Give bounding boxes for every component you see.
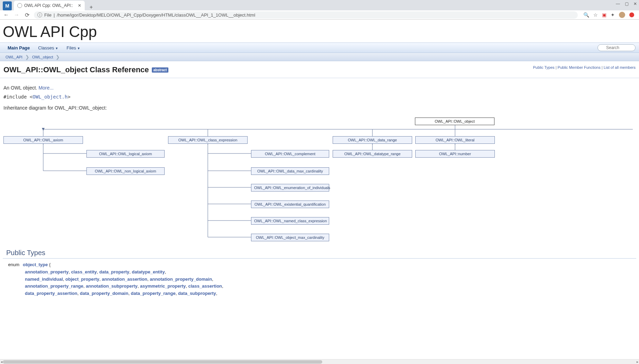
url-separator: | [54,12,55,18]
tab-bar: M OWL API Cpp: OWL_API:: ✕ + — ▢ ✕ [0,0,639,10]
page-title-text: OWL_API::OWL_object Class Reference [3,65,149,74]
enum-val[interactable]: data_property [99,269,129,274]
enum-brace: { [49,262,50,267]
enum-name-link[interactable]: object_type [23,262,48,267]
enum-keyword: enum [6,261,19,269]
diag-node-named-class-expr[interactable]: OWL_API::OWL_named_class_expression [251,217,329,225]
enum-val[interactable]: datatype_entity [132,269,165,274]
horizontal-scrollbar[interactable]: ◂ ▸ [0,359,639,364]
diag-node-number[interactable]: OWL_API::number [415,150,495,158]
enum-values-line3: annotation_property_range, annotation_su… [6,283,633,290]
link-all-members[interactable]: List of all members [604,65,636,69]
reload-button[interactable]: ⟳ [24,12,30,18]
page-title: OWL_API::OWL_object Class Reference abst… [3,65,168,74]
breadcrumb-leaf[interactable]: OWL_object [29,55,56,59]
enum-val[interactable]: annotation_assertion [102,277,147,282]
diag-node-enum-individuals[interactable]: OWL_API::OWL_enumeration_of_individuals [251,184,329,192]
bookmark-icon[interactable]: ☆ [593,12,598,18]
minimize-button[interactable]: — [616,1,620,6]
abstract-badge: abstract [152,67,169,73]
enum-val[interactable]: annotation_property_range [25,283,83,289]
window-controls: — ▢ ✕ [616,1,637,6]
url-path: /home/igor/Desktop/MELO/OWL_API_Cpp/Doxy… [57,12,255,18]
enum-values-line2: named_individual, object_property, annot… [6,276,633,283]
more-link[interactable]: More... [38,85,54,91]
breadcrumb-root[interactable]: OWL_API [3,55,25,59]
nav-main-page[interactable]: Main Page [3,43,34,53]
zoom-icon[interactable]: 🔍 [583,12,589,18]
include-line: #include <OWL_object.h> [0,94,639,103]
inheritance-diagram: OWL_API::OWL_object OWL_API::OWL_axiom O… [0,116,639,244]
enum-val[interactable]: annotation_property [25,269,68,274]
new-tab-button[interactable]: + [87,4,95,10]
enum-val[interactable]: named_individual [25,277,63,282]
chevron-down-icon: ▼ [55,47,58,50]
scroll-left-icon[interactable]: ◂ [1,360,2,364]
divider [0,78,639,78]
forward-button[interactable]: → [13,12,20,18]
public-types-header: Public Types [3,246,636,259]
diag-node-datatype-range[interactable]: OWL_API::OWL_datatype_range [333,150,412,158]
brief-description: An OWL object. More... [0,82,639,94]
enum-val[interactable]: data_property_assertion [25,291,77,296]
project-title: OWL API Cpp [0,20,639,43]
browser-chrome: M OWL API Cpp: OWL_API:: ✕ + — ▢ ✕ ← → ⟳… [0,0,639,20]
diag-node-literal[interactable]: OWL_API::OWL_literal [415,136,495,144]
diag-node-non-logical-axiom[interactable]: OWL_API::OWL_non_logical_axiom [86,167,165,175]
url-field[interactable]: i File | /home/igor/Desktop/MELO/OWL_API… [34,11,578,19]
record-icon[interactable] [629,12,634,17]
enum-val[interactable]: class_entity [71,269,97,274]
diag-node-complement[interactable]: OWL_API::OWL_complement [251,150,329,158]
toolbar-icons: 🔍 ☆ ▣ ✦ [581,12,636,18]
enum-val[interactable]: annotation_property_domain [150,277,212,282]
profile-avatar[interactable] [619,12,625,18]
extensions-puzzle-icon[interactable]: ✦ [611,12,615,18]
breadcrumb-sep-icon: ❯ [56,54,60,60]
tab-title: OWL API Cpp: OWL_API:: [24,3,73,8]
breadcrumb-sep-icon: ❯ [25,54,29,60]
enum-val[interactable]: data_property_range [131,291,175,296]
breadcrumb: OWL_API ❯ OWL_object ❯ [0,53,639,61]
close-tab-icon[interactable]: ✕ [78,3,81,8]
inheritance-label: Inheritance diagram for OWL_API::OWL_obj… [0,103,639,113]
link-public-types[interactable]: Public Types [533,65,554,69]
enum-values-line1: annotation_property, class_entity, data_… [6,269,633,276]
include-file-link[interactable]: OWL_object.h [33,94,67,100]
nav-classes[interactable]: Classes▼ [34,43,62,53]
enum-val[interactable]: annotation_subproperty [86,283,138,289]
scroll-right-icon[interactable]: ▸ [637,360,638,364]
diag-node-axiom[interactable]: OWL_API::OWL_axiom [3,136,83,144]
enum-val[interactable]: asymmetric_property [140,283,186,289]
favicon-icon [17,3,22,8]
app-icon: M [3,1,12,10]
diag-node-logical-axiom[interactable]: OWL_API::OWL_logical_axiom [86,150,165,158]
enum-val[interactable]: data_property_domain [80,291,128,296]
diag-node-class-expression[interactable]: OWL_API::OWL_class_expression [168,136,248,144]
chevron-down-icon: ▼ [77,47,80,50]
link-public-members[interactable]: Public Member Functions [558,65,601,69]
diagram-connectors [0,116,639,244]
enum-val[interactable]: object_property [65,277,99,282]
extension-icon[interactable]: ▣ [602,12,606,18]
nav-files[interactable]: Files▼ [62,43,84,53]
maximize-button[interactable]: ▢ [625,1,629,6]
main-nav: Main Page Classes▼ Files▼ 🔍 [0,43,639,53]
site-info-icon[interactable]: i [37,12,42,17]
quick-links: Public Types | Public Member Functions |… [533,65,636,69]
scrollbar-thumb[interactable] [3,360,322,364]
enum-values-line4: data_property_assertion, data_property_d… [6,290,633,297]
close-window-button[interactable]: ✕ [633,1,637,6]
brief-text: An OWL object. [3,85,37,91]
diag-node-existential-quant[interactable]: OWL_API::OWL_existential_quantification [251,200,329,208]
enum-val[interactable]: data_subproperty [178,291,216,296]
back-button[interactable]: ← [3,12,10,18]
diag-node-object-max-card[interactable]: OWL_API::OWL_object_max_cardinality [251,234,329,241]
diag-node-root[interactable]: OWL_API::OWL_object [415,118,494,125]
browser-tab[interactable]: OWL API Cpp: OWL_API:: ✕ [14,1,85,10]
diag-node-data-max-card[interactable]: OWL_API::OWL_data_max_cardinality [251,167,329,175]
diag-node-data-range[interactable]: OWL_API::OWL_data_range [333,136,412,144]
nav-files-label: Files [66,45,76,50]
enum-val[interactable]: class_assertion [188,283,222,289]
include-pre: #include < [3,94,33,100]
search-input[interactable] [598,44,636,51]
